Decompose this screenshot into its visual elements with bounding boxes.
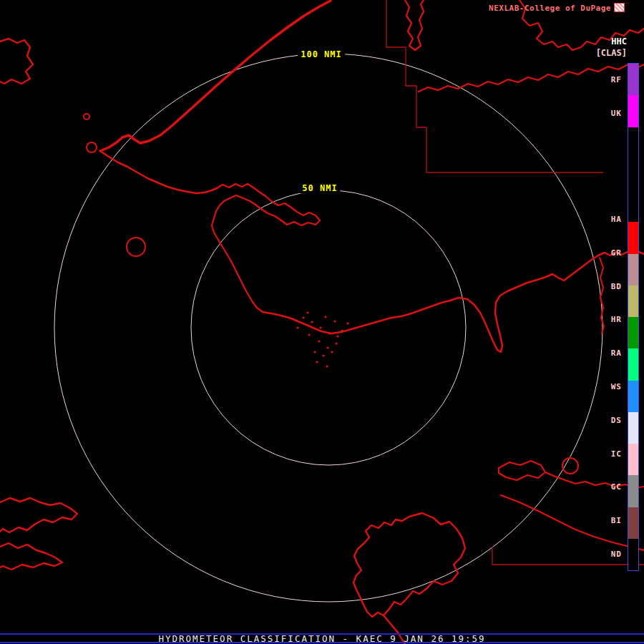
classification-mode-label: [CLAS]: [596, 48, 627, 58]
legend-label-ND: ND: [589, 537, 622, 571]
statusbar-bottom-line: [0, 642, 644, 643]
legend-label-blank-3: [589, 154, 622, 178]
range-ring-100nmi: [54, 54, 602, 602]
range-ring-label-50nmi: 50 NMI: [299, 183, 340, 193]
radar-display: 100 NMI 50 NMI NEXLAB-College of DuPage …: [0, 0, 644, 644]
legend-swatch-BI: [628, 507, 638, 539]
coastlines: [0, 0, 644, 644]
legend-swatch-DS: [628, 412, 638, 444]
legend-swatch-UK: [628, 95, 638, 127]
legend-swatch-BD: [628, 286, 638, 317]
legend-label-BD: BD: [589, 270, 622, 303]
legend-swatch-HR: [628, 317, 638, 348]
legend-label-HA: HA: [589, 203, 622, 236]
legend-label-IC: IC: [589, 437, 622, 471]
legend-label-WS: WS: [589, 370, 622, 404]
legend-swatch-blank-2: [628, 127, 638, 159]
legend-label-BI: BI: [589, 504, 622, 537]
legend-label-GC: GC: [589, 471, 622, 504]
range-ring-label-100nmi: 100 NMI: [298, 49, 345, 59]
legend-swatch-WS: [628, 381, 638, 412]
product-code-label: HHC: [611, 36, 627, 47]
legend-swatch-GR: [628, 254, 638, 286]
legend-swatch-HA: [628, 222, 638, 253]
nexlab-logo-icon: [614, 3, 625, 12]
legend-label-blank-4: [589, 178, 622, 203]
legend-swatch-RA: [628, 348, 638, 380]
legend-colorbar: [628, 63, 639, 571]
radar-map: [0, 0, 644, 644]
legend-label-DS: DS: [589, 404, 622, 437]
legend-label-HR: HR: [589, 303, 622, 337]
legend-label-RF: RF: [589, 63, 622, 97]
legend-swatch-blank-3: [628, 159, 638, 190]
brand-text: NEXLAB-College of DuPage: [489, 4, 611, 13]
range-ring-50nmi: [191, 190, 466, 465]
range-rings: [54, 54, 602, 602]
legend-labels: RFUKHAGRBDHRRAWSDSICGCBIND: [589, 63, 622, 571]
legend-swatch-IC: [628, 444, 638, 475]
legend-swatch-RF: [628, 64, 638, 95]
legend-label-GR: GR: [589, 236, 622, 270]
statusbar-text: HYDROMETEOR CLASSIFICATION - KAEC 9 JAN …: [0, 633, 644, 642]
legend-label-blank-2: [589, 130, 622, 155]
legend-swatch-blank-4: [628, 190, 638, 222]
radar-site-specks: [296, 311, 348, 367]
legend-swatch-GC: [628, 475, 638, 507]
legend-label-UK: UK: [589, 97, 622, 130]
legend-swatch-ND: [628, 539, 638, 570]
legend-label-RA: RA: [589, 336, 622, 370]
